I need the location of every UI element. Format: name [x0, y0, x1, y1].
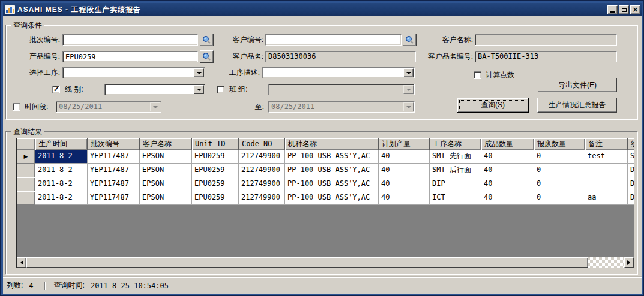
- column-header-9[interactable]: 成品数量: [481, 138, 534, 150]
- table-cell[interactable]: EPSON: [140, 150, 192, 164]
- minimize-button[interactable]: [607, 5, 618, 14]
- table-cell[interactable]: test: [585, 150, 628, 164]
- table-cell[interactable]: 212749900: [239, 177, 285, 191]
- table-cell[interactable]: ICT: [430, 191, 481, 205]
- table-cell[interactable]: DIP: [430, 177, 481, 191]
- select-process-combobox[interactable]: [62, 67, 205, 78]
- column-header-11[interactable]: 备注: [585, 138, 628, 150]
- scrollbar-thumb[interactable]: [26, 257, 588, 268]
- customer-no-label: 客户编号:: [217, 34, 263, 46]
- row-selector-current[interactable]: ▶: [17, 150, 35, 164]
- calc-points-checkbox[interactable]: [474, 71, 481, 79]
- table-cell[interactable]: [585, 177, 628, 191]
- table-cell[interactable]: 2011-8-2: [35, 164, 88, 177]
- column-header-1[interactable]: 生产时间: [35, 138, 88, 150]
- table-cell[interactable]: EPU0259: [192, 191, 239, 205]
- table-cell[interactable]: 40: [379, 164, 430, 177]
- table-cell[interactable]: YEP117487: [88, 191, 140, 205]
- query-button[interactable]: 查询(S): [457, 98, 529, 113]
- close-icon: ×: [632, 7, 638, 13]
- table-cell[interactable]: EPSON: [140, 191, 192, 205]
- line-checkbox[interactable]: [52, 86, 60, 93]
- line-dropdown-button[interactable]: [194, 85, 204, 94]
- table-cell[interactable]: PP-100 USB ASS'Y,AC: [285, 177, 379, 191]
- table-cell[interactable]: PP-100 USB ASS'Y,AC: [285, 164, 379, 177]
- table-cell[interactable]: 40: [379, 191, 430, 205]
- table-cell[interactable]: S: [628, 150, 634, 164]
- batch-no-search-button[interactable]: [200, 34, 214, 46]
- title-bar[interactable]: ASAHI MES - 工程段生产实绩报告 ×: [3, 3, 642, 16]
- customer-no-input[interactable]: [265, 34, 402, 46]
- table-cell[interactable]: 0: [534, 191, 585, 205]
- process-desc-combobox[interactable]: [262, 67, 415, 78]
- table-cell[interactable]: EPSON: [140, 177, 192, 191]
- table-cell[interactable]: EPU0259: [192, 164, 239, 177]
- maximize-button[interactable]: [619, 5, 629, 14]
- table-cell[interactable]: PP-100 USB ASS'Y,AC: [285, 150, 379, 164]
- table-cell[interactable]: YEP117487: [88, 164, 140, 177]
- table-cell[interactable]: 2011-8-2: [35, 177, 88, 191]
- period-checkbox[interactable]: [13, 103, 20, 111]
- row-selector-header[interactable]: [17, 138, 35, 150]
- results-data-grid[interactable]: 生产时间批次编号客户名称Unit IDCode NO机种名称计划产量工序名称成品…: [16, 138, 634, 268]
- table-cell[interactable]: SMT 先行面: [430, 150, 481, 164]
- horizontal-scrollbar[interactable]: [17, 257, 634, 268]
- column-header-4[interactable]: Unit ID: [192, 138, 239, 150]
- table-cell[interactable]: 40: [379, 177, 430, 191]
- table-cell[interactable]: EPU0259: [192, 177, 239, 191]
- table-cell-selected[interactable]: 2011-8-2: [35, 150, 88, 164]
- team-checkbox[interactable]: [217, 86, 224, 93]
- table-cell[interactable]: 40: [481, 150, 534, 164]
- product-no-input[interactable]: [62, 51, 198, 62]
- column-header-7[interactable]: 计划产量: [379, 138, 430, 150]
- chevron-down-icon: [153, 106, 158, 111]
- table-cell[interactable]: D: [628, 191, 634, 205]
- table-cell[interactable]: D: [628, 164, 634, 177]
- table-cell[interactable]: 0: [534, 164, 585, 177]
- column-header-12[interactable]: 线: [628, 138, 634, 150]
- table-cell[interactable]: EPSON: [140, 164, 192, 177]
- table-cell[interactable]: 40: [481, 164, 534, 177]
- period-to-datepicker: 08/25/2011: [268, 101, 415, 113]
- process-desc-dropdown-button[interactable]: [403, 68, 414, 77]
- column-header-6[interactable]: 机种名称: [285, 138, 379, 150]
- table-cell[interactable]: 0: [534, 150, 585, 164]
- production-summary-report-button[interactable]: 生产情况汇总报告: [537, 98, 617, 113]
- column-header-10[interactable]: 报废数量: [534, 138, 585, 150]
- column-header-8[interactable]: 工序名称: [430, 138, 481, 150]
- table-cell[interactable]: aa: [585, 191, 628, 205]
- scrollbar-track[interactable]: [588, 257, 624, 268]
- table-cell[interactable]: 212749900: [239, 164, 285, 177]
- select-process-dropdown-button[interactable]: [194, 68, 204, 77]
- column-header-5[interactable]: Code NO: [239, 138, 285, 150]
- table-cell[interactable]: 40: [481, 177, 534, 191]
- chevron-down-icon: [406, 72, 411, 77]
- table-cell[interactable]: PP-100 USB ASS'Y,AC: [285, 191, 379, 205]
- table-cell[interactable]: EPU0259: [192, 150, 239, 164]
- row-selector[interactable]: [17, 191, 35, 205]
- line-combobox[interactable]: [104, 84, 205, 95]
- column-header-3[interactable]: 客户名称: [140, 138, 192, 150]
- table-cell[interactable]: 212749900: [239, 150, 285, 164]
- scroll-left-button[interactable]: [17, 257, 26, 268]
- table-cell[interactable]: YEP117487: [88, 150, 140, 164]
- table-cell[interactable]: 2011-8-2: [35, 191, 88, 205]
- row-selector[interactable]: [17, 177, 35, 191]
- customer-name-label: 客户名称:: [387, 34, 473, 46]
- table-cell[interactable]: 40: [379, 150, 430, 164]
- close-button[interactable]: ×: [630, 5, 640, 14]
- table-cell[interactable]: [585, 164, 628, 177]
- row-selector[interactable]: [17, 164, 35, 177]
- table-cell[interactable]: D: [628, 177, 634, 191]
- table-cell[interactable]: SMT 后行面: [430, 164, 481, 177]
- table-cell[interactable]: YEP117487: [88, 177, 140, 191]
- table-cell[interactable]: 212749900: [239, 191, 285, 205]
- scroll-right-button[interactable]: [624, 257, 634, 268]
- table-cell[interactable]: 0: [534, 177, 585, 191]
- column-header-2[interactable]: 批次编号: [88, 138, 140, 150]
- product-no-search-button[interactable]: [200, 50, 214, 63]
- search-icon: [202, 52, 211, 61]
- batch-no-input[interactable]: [62, 34, 198, 46]
- export-file-button[interactable]: 导出文件(E): [538, 78, 617, 92]
- table-cell[interactable]: 40: [481, 191, 534, 205]
